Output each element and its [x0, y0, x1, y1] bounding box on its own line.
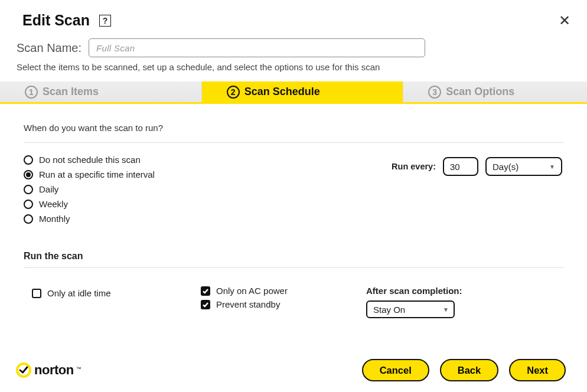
chevron-down-icon: ▼ — [549, 164, 555, 170]
tab-number: 3 — [428, 86, 441, 99]
tab-scan-schedule[interactable]: 2 Scan Schedule — [202, 81, 404, 102]
run-every-label: Run every: — [392, 162, 436, 171]
radio-icon — [24, 185, 33, 194]
divider — [24, 267, 563, 268]
checkbox-only-idle[interactable]: Only at idle time — [32, 288, 201, 298]
radio-icon — [24, 155, 33, 165]
page-title: Edit Scan — [22, 12, 90, 29]
scan-description: Select the items to be scanned, set up a… — [0, 57, 587, 81]
radio-weekly[interactable]: Weekly — [24, 199, 155, 209]
after-completion-select[interactable]: Stay On ▼ — [366, 300, 455, 318]
radio-monthly[interactable]: Monthly — [24, 214, 155, 224]
tab-label: Scan Items — [43, 86, 99, 98]
after-completion-label: After scan completion: — [366, 286, 563, 296]
logo-text: norton — [34, 362, 74, 378]
radio-label: Do not schedule this scan — [39, 155, 141, 165]
checkbox-icon — [201, 300, 210, 309]
radio-label: Daily — [39, 184, 58, 194]
radio-label: Monthly — [39, 214, 70, 224]
radio-specific-interval[interactable]: Run at a specific time interval — [24, 169, 155, 179]
tab-number: 1 — [25, 86, 38, 99]
radio-icon — [24, 170, 33, 179]
tab-number: 2 — [227, 86, 240, 99]
run-every-value-input[interactable] — [443, 157, 478, 176]
checkbox-icon — [32, 289, 41, 298]
radio-icon — [24, 200, 33, 209]
checkbox-label: Only on AC power — [216, 286, 288, 296]
checkbox-icon — [201, 286, 210, 296]
norton-logo: norton ™ — [15, 362, 81, 378]
select-value: Stay On — [373, 305, 405, 315]
tab-scan-options[interactable]: 3 Scan Options — [403, 81, 587, 102]
schedule-radio-group: Do not schedule this scan Run at a speci… — [24, 155, 155, 224]
chevron-down-icon: ▼ — [443, 306, 449, 313]
tab-label: Scan Options — [446, 86, 514, 98]
scan-name-label: Scan Name: — [17, 41, 81, 55]
checkbox-label: Only at idle time — [47, 288, 111, 298]
trademark-icon: ™ — [76, 366, 81, 372]
checkbox-only-ac-power[interactable]: Only on AC power — [201, 286, 366, 296]
radio-icon — [24, 214, 33, 224]
checkbox-prevent-standby[interactable]: Prevent standby — [201, 299, 366, 309]
schedule-prompt: When do you want the scan to run? — [24, 123, 563, 133]
radio-daily[interactable]: Daily — [24, 184, 155, 194]
radio-label: Weekly — [39, 199, 68, 209]
run-scan-title: Run the scan — [24, 251, 563, 262]
logo-check-icon — [15, 362, 32, 378]
divider — [24, 142, 563, 143]
radio-do-not-schedule[interactable]: Do not schedule this scan — [24, 155, 155, 165]
checkbox-label: Prevent standby — [216, 299, 280, 309]
tab-bar: 1 Scan Items 2 Scan Schedule 3 Scan Opti… — [0, 81, 587, 104]
back-button[interactable]: Back — [440, 359, 498, 381]
tab-label: Scan Schedule — [244, 86, 320, 98]
run-every-unit-select[interactable]: Day(s) ▼ — [485, 157, 562, 176]
cancel-button[interactable]: Cancel — [362, 359, 429, 381]
next-button[interactable]: Next — [509, 359, 566, 381]
radio-label: Run at a specific time interval — [39, 169, 155, 179]
help-icon[interactable]: ? — [99, 15, 111, 27]
close-button[interactable]: ✕ — [556, 12, 573, 29]
select-value: Day(s) — [493, 162, 518, 172]
scan-name-input[interactable] — [89, 38, 425, 57]
tab-scan-items[interactable]: 1 Scan Items — [0, 81, 202, 102]
